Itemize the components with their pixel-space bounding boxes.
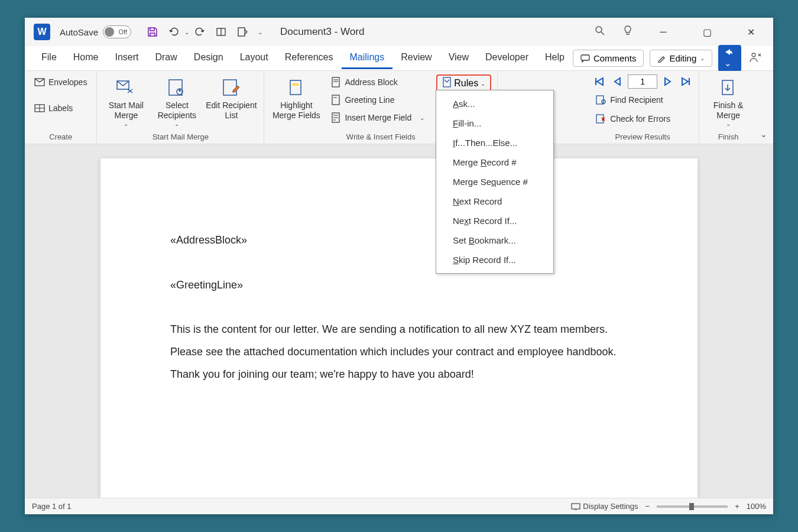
qat-button-2[interactable] <box>235 25 249 39</box>
find-icon <box>596 95 606 105</box>
rules-menu-item[interactable]: Set Bookmark... <box>436 231 553 250</box>
rules-menu-item[interactable]: Next Record <box>436 192 553 211</box>
undo-dropdown[interactable]: ⌄ <box>184 29 189 35</box>
qat-button-1[interactable] <box>214 25 228 39</box>
select-recip-label: Select Recipients <box>154 100 200 121</box>
comments-label: Comments <box>593 53 637 63</box>
tab-file[interactable]: File <box>33 47 65 69</box>
zoom-slider[interactable] <box>657 505 728 508</box>
tab-draw[interactable]: Draw <box>147 47 185 69</box>
address-block-label: Address Block <box>345 77 397 87</box>
editing-mode-button[interactable]: Editing ⌄ <box>650 50 712 67</box>
qat-customize[interactable]: ⌄ <box>258 29 262 35</box>
account-button[interactable] <box>747 49 765 68</box>
page-icon <box>330 95 341 105</box>
svg-rect-18 <box>332 77 339 87</box>
rules-label: Rules <box>454 78 478 89</box>
rules-menu-item[interactable]: Merge Sequence # <box>436 172 553 192</box>
first-record-button[interactable] <box>592 75 606 88</box>
document-page[interactable]: «AddressBlock» «GreetingLine» This is th… <box>100 158 698 498</box>
envelopes-button[interactable]: Envelopes <box>31 74 90 90</box>
finish-icon <box>718 77 739 98</box>
title-bar: W AutoSave Off ⌄ ⌄ Document3 - Word ─ ▢ <box>25 18 773 46</box>
help-lightbulb-icon[interactable] <box>622 25 633 39</box>
edit-recipient-list-button[interactable]: Edit Recipient List <box>205 74 258 121</box>
autosave-toggle[interactable]: Off <box>103 25 131 38</box>
redo-button[interactable] <box>193 25 207 39</box>
svg-rect-21 <box>332 95 339 105</box>
zoom-out-button[interactable]: − <box>645 502 650 511</box>
comments-button[interactable]: Comments <box>573 50 644 67</box>
greeting-line-label: Greeting Line <box>345 95 394 105</box>
tab-insert[interactable]: Insert <box>106 47 147 69</box>
display-settings-button[interactable]: Display Settings <box>571 502 638 511</box>
finish-merge-label: Finish & Merge <box>705 100 751 121</box>
labels-button[interactable]: Labels <box>31 100 90 116</box>
save-button[interactable] <box>145 25 160 39</box>
next-record-button[interactable] <box>661 75 675 88</box>
check-icon <box>596 113 606 124</box>
group-create: Envelopes Labels Create <box>25 71 97 144</box>
document-title: Document3 - Word <box>280 26 364 38</box>
rules-menu-item[interactable]: If...Then...Else... <box>436 133 553 153</box>
tab-mailings[interactable]: Mailings <box>342 47 393 69</box>
zoom-thumb[interactable] <box>689 503 694 510</box>
close-button[interactable]: ✕ <box>737 22 764 41</box>
share-button[interactable]: ⌄ <box>718 45 741 72</box>
find-recipient-button[interactable]: Find Recipient <box>592 92 693 108</box>
finish-merge-button[interactable]: Finish & Merge⌄ <box>705 74 751 128</box>
svg-point-6 <box>752 53 755 57</box>
last-record-button[interactable] <box>679 75 693 88</box>
group-finish-label: Finish <box>705 131 751 142</box>
group-preview-label: Preview Results <box>592 131 693 142</box>
tab-layout[interactable]: Layout <box>232 47 277 69</box>
rules-menu-item[interactable]: Skip Record If... <box>436 250 553 270</box>
tab-home[interactable]: Home <box>65 47 107 69</box>
highlight-merge-fields-button[interactable]: Highlight Merge Fields <box>270 74 322 121</box>
start-mail-merge-button[interactable]: Start Mail Merge⌄ <box>103 74 149 128</box>
minimize-button[interactable]: ─ <box>650 22 677 41</box>
rules-menu-item[interactable]: Ask... <box>436 94 553 113</box>
zoom-level[interactable]: 100% <box>747 502 766 511</box>
svg-rect-15 <box>223 80 236 95</box>
check-errors-button[interactable]: Check for Errors <box>592 111 693 126</box>
envelopes-label: Envelopes <box>48 77 87 87</box>
tab-developer[interactable]: Developer <box>477 47 537 69</box>
svg-point-14 <box>179 89 181 92</box>
tab-view[interactable]: View <box>440 47 477 69</box>
tab-design[interactable]: Design <box>186 47 232 69</box>
svg-line-4 <box>601 32 604 35</box>
recipients-icon <box>166 77 187 98</box>
mail-merge-icon <box>115 77 137 98</box>
tab-review[interactable]: Review <box>392 47 440 69</box>
address-block-button[interactable]: Address Block <box>327 74 428 90</box>
autosave-label: AutoSave <box>60 27 98 37</box>
svg-rect-2 <box>238 28 245 36</box>
select-recipients-button[interactable]: Select Recipients⌄ <box>154 74 200 128</box>
record-number-input[interactable] <box>628 74 657 89</box>
greeting-line-button[interactable]: Greeting Line <box>327 92 428 108</box>
rules-dropdown-menu: Ask...Fill-in...If...Then...Else...Merge… <box>436 90 554 274</box>
rules-menu-item[interactable]: Next Record If... <box>436 211 553 231</box>
ribbon: Envelopes Labels Create Start Mail Merge… <box>25 71 773 144</box>
page-icon <box>330 77 341 87</box>
tab-help[interactable]: Help <box>537 47 573 69</box>
edit-recip-label: Edit Recipient List <box>205 100 258 121</box>
svg-rect-5 <box>581 55 589 60</box>
rules-menu-item[interactable]: Fill-in... <box>436 113 553 133</box>
maximize-button[interactable]: ▢ <box>693 22 721 41</box>
rules-menu-item[interactable]: Merge Record # <box>436 153 553 172</box>
body-paragraph: Please see the attached documentation wh… <box>170 341 628 364</box>
edit-list-icon <box>220 77 242 98</box>
search-button[interactable] <box>594 25 606 39</box>
tab-references[interactable]: References <box>277 47 342 69</box>
collapse-ribbon-button[interactable]: ⌄ <box>760 129 767 139</box>
undo-button[interactable] <box>167 25 181 39</box>
prev-record-button[interactable] <box>610 75 624 88</box>
zoom-in-button[interactable]: + <box>735 502 739 511</box>
group-start-mail-merge: Start Mail Merge⌄ Select Recipients⌄ Edi… <box>97 71 264 144</box>
insert-merge-field-button[interactable]: Insert Merge Field ⌄ <box>327 110 428 125</box>
group-create-label: Create <box>31 131 90 142</box>
page-indicator[interactable]: Page 1 of 1 <box>32 502 72 511</box>
highlight-icon <box>286 77 307 98</box>
